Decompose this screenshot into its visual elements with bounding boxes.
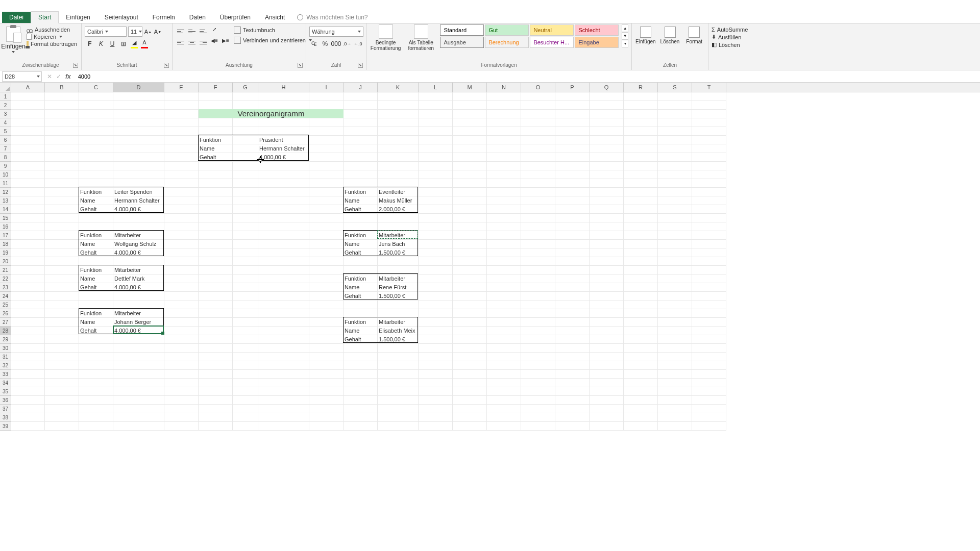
cell-J28[interactable]: Name <box>344 327 378 335</box>
cell-E36[interactable] <box>164 396 199 405</box>
cell-I13[interactable] <box>309 196 344 205</box>
cell-J29[interactable]: Gehalt <box>344 335 378 344</box>
cell-B36[interactable] <box>45 396 79 405</box>
cell-I1[interactable] <box>309 92 344 101</box>
cell-D21[interactable]: Mitarbeiter <box>113 266 164 274</box>
cell-L36[interactable] <box>419 396 453 405</box>
row-header-2[interactable]: 2 <box>0 101 11 110</box>
cell-H39[interactable] <box>258 422 309 431</box>
cell-Q11[interactable] <box>590 179 624 188</box>
cell-B31[interactable] <box>45 353 79 361</box>
style-standard[interactable]: Standard <box>440 24 484 36</box>
cell-C38[interactable] <box>79 413 113 422</box>
cell-J16[interactable] <box>344 222 378 231</box>
cell-E10[interactable] <box>164 170 199 179</box>
cell-N14[interactable] <box>487 205 521 214</box>
cell-E9[interactable] <box>164 162 199 170</box>
cell-M16[interactable] <box>453 222 487 231</box>
cell-T33[interactable] <box>692 370 726 379</box>
row-header-34[interactable]: 34 <box>0 379 11 387</box>
cell-J22[interactable]: Funktion <box>344 274 378 283</box>
cell-C2[interactable] <box>79 101 113 110</box>
cell-I16[interactable] <box>309 222 344 231</box>
cell-S1[interactable] <box>658 92 692 101</box>
cell-Q35[interactable] <box>590 387 624 396</box>
cell-B38[interactable] <box>45 413 79 422</box>
gallery-more[interactable]: ▾ <box>622 40 628 47</box>
cell-H35[interactable] <box>258 387 309 396</box>
cell-R25[interactable] <box>624 300 658 309</box>
cell-P23[interactable] <box>555 283 590 292</box>
cell-F2[interactable] <box>199 101 233 110</box>
row-header-13[interactable]: 13 <box>0 196 11 205</box>
cell-E38[interactable] <box>164 413 199 422</box>
cell-I29[interactable] <box>309 335 344 344</box>
cell-N20[interactable] <box>487 257 521 266</box>
cell-K2[interactable] <box>378 101 419 110</box>
cell-B8[interactable] <box>45 153 79 162</box>
cell-J18[interactable]: Name <box>344 240 378 248</box>
cell-I21[interactable] <box>309 266 344 274</box>
column-header-E[interactable]: E <box>164 83 199 92</box>
cell-P32[interactable] <box>555 361 590 370</box>
cell-I39[interactable] <box>309 422 344 431</box>
cell-H7[interactable]: Hermann Schalter <box>258 144 309 153</box>
cell-R1[interactable] <box>624 92 658 101</box>
cell-J31[interactable] <box>344 353 378 361</box>
cell-J6[interactable] <box>344 136 378 144</box>
cell-B18[interactable] <box>45 240 79 248</box>
cell-M36[interactable] <box>453 396 487 405</box>
cell-K22[interactable]: Mitarbeiter <box>378 274 419 283</box>
cell-Q13[interactable] <box>590 196 624 205</box>
cell-P4[interactable] <box>555 118 590 127</box>
cell-L5[interactable] <box>419 127 453 136</box>
cell-L2[interactable] <box>419 101 453 110</box>
cell-H18[interactable] <box>258 240 309 248</box>
cell-J14[interactable]: Gehalt <box>344 205 378 214</box>
cell-G9[interactable] <box>233 162 258 170</box>
cell-K12[interactable]: Eventleiter <box>378 188 419 196</box>
column-header-H[interactable]: H <box>258 83 309 92</box>
cell-Q12[interactable] <box>590 188 624 196</box>
cell-G38[interactable] <box>233 413 258 422</box>
cell-K37[interactable] <box>378 405 419 413</box>
row-header-35[interactable]: 35 <box>0 387 11 396</box>
cell-I6[interactable] <box>309 136 344 144</box>
cell-T22[interactable] <box>692 274 726 283</box>
paste-button[interactable]: Einfügen <box>3 27 23 53</box>
cell-I24[interactable] <box>309 292 344 300</box>
cell-F28[interactable] <box>199 327 233 335</box>
cell-C5[interactable] <box>79 127 113 136</box>
cell-O19[interactable] <box>521 248 555 257</box>
cell-E11[interactable] <box>164 179 199 188</box>
cell-R16[interactable] <box>624 222 658 231</box>
cell-S36[interactable] <box>658 396 692 405</box>
cell-N23[interactable] <box>487 283 521 292</box>
cell-D38[interactable] <box>113 413 164 422</box>
row-header-39[interactable]: 39 <box>0 422 11 431</box>
cell-O2[interactable] <box>521 101 555 110</box>
cell-A26[interactable] <box>11 309 45 318</box>
cell-S6[interactable] <box>658 136 692 144</box>
cell-J30[interactable] <box>344 344 378 353</box>
cell-R26[interactable] <box>624 309 658 318</box>
cell-C39[interactable] <box>79 422 113 431</box>
cell-O13[interactable] <box>521 196 555 205</box>
cell-P36[interactable] <box>555 396 590 405</box>
cell-R35[interactable] <box>624 387 658 396</box>
row-header-11[interactable]: 11 <box>0 179 11 188</box>
cell-G39[interactable] <box>233 422 258 431</box>
cell-O35[interactable] <box>521 387 555 396</box>
fill-color-button[interactable]: ◢ <box>130 39 139 48</box>
row-header-38[interactable]: 38 <box>0 413 11 422</box>
cell-H32[interactable] <box>258 361 309 370</box>
merge-center-button[interactable]: Verbinden und zentrieren <box>234 37 312 44</box>
cell-E22[interactable] <box>164 274 199 283</box>
cell-R33[interactable] <box>624 370 658 379</box>
accept-formula-button[interactable]: ✓ <box>56 73 61 80</box>
column-header-K[interactable]: K <box>378 83 419 92</box>
cell-A3[interactable] <box>11 110 45 118</box>
cell-S19[interactable] <box>658 248 692 257</box>
row-header-4[interactable]: 4 <box>0 118 11 127</box>
cell-I8[interactable] <box>309 153 344 162</box>
